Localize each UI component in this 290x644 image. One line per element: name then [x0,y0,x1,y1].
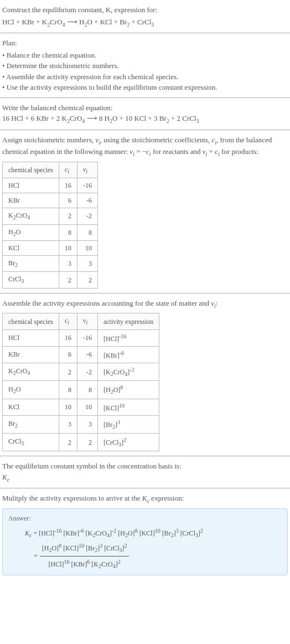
section-kc-symbol: The equilibrium constant symbol in the c… [0,456,290,488]
answer-label: Answer: [8,513,282,523]
cell-species: H2O [3,224,59,240]
table-row: KBr6-6 [3,193,98,208]
cell-ci: 10 [59,399,77,415]
table-row: HCl16-16 [3,178,98,193]
cell-species: HCl [3,329,59,346]
th-ci: ci [59,162,77,178]
cell-species: HCl [3,178,59,193]
cell-vi: -16 [77,329,97,346]
table-header-row: chemical species ci νi [3,162,98,178]
plan-item: • Balance the chemical equation. [2,50,288,61]
cell-vi: 2 [77,272,97,288]
cell-activity: [HCl]-16 [97,329,159,346]
multiply-intro: Mulitply the activity expressions to arr… [2,493,288,505]
cell-species: H2O [3,381,59,399]
table-row: K2CrO42-2 [3,208,98,224]
cell-vi: 3 [77,415,97,433]
cell-ci: 2 [59,363,77,380]
stoich-intro: Assign stoichiometric numbers, νi, using… [2,135,288,158]
cell-activity: [KCl]10 [97,399,159,415]
cell-ci: 3 [59,256,77,272]
table-row: KCl1010[KCl]10 [3,399,159,415]
cell-ci: 16 [59,178,77,193]
prompt-line1: Construct the equilibrium constant, K, e… [2,4,288,16]
section-balanced: Write the balanced chemical equation: 16… [0,98,290,130]
table-header-row: chemical species ci νi activity expressi… [3,313,159,329]
cell-activity: [K2CrO4]-2 [97,363,159,380]
cell-vi: -6 [77,193,97,208]
th-species: chemical species [3,162,59,178]
th-vi: νi [77,162,97,178]
cell-vi: 2 [77,433,97,451]
cell-ci: 2 [59,272,77,288]
cell-ci: 8 [59,224,77,240]
plan-item: • Determine the stoichiometric numbers. [2,60,288,71]
section-prompt: Construct the equilibrium constant, K, e… [0,0,290,33]
section-multiply: Mulitply the activity expressions to arr… [0,488,290,580]
balanced-intro: Write the balanced chemical equation: [2,102,288,114]
fraction-denominator: [HCl]16 [KBr]6 [K2CrO4]2 [40,557,130,570]
section-stoich: Assign stoichiometric numbers, νi, using… [0,130,290,293]
table-row: H2O88[H2O]8 [3,381,159,399]
balanced-equation: 16 HCl + 6 KBr + 2 K2CrO4 ⟶ 8 H2O + 10 K… [2,113,288,125]
cell-vi: 8 [77,224,97,240]
cell-activity: [KBr]-6 [97,346,159,363]
cell-ci: 6 [59,193,77,208]
table-row: H2O88 [3,224,98,240]
cell-activity: [H2O]8 [97,381,159,399]
cell-species: K2CrO4 [3,208,59,224]
cell-vi: 8 [77,381,97,399]
kc-expression-line2: = [H2O]8 [KCl]10 [Br2]3 [CrCl3]2 [HCl]16… [34,542,282,570]
plan-list: • Balance the chemical equation. • Deter… [2,50,288,93]
cell-vi: -16 [77,178,97,193]
cell-species: Br2 [3,415,59,433]
cell-species: CrCl3 [3,272,59,288]
cell-species: CrCl3 [3,433,59,451]
cell-ci: 8 [59,381,77,399]
activity-intro: Assemble the activity expressions accoun… [2,298,288,310]
cell-vi: 10 [77,241,97,256]
activity-table: chemical species ci νi activity expressi… [2,313,159,451]
cell-vi: -2 [77,363,97,380]
cell-species: KBr [3,346,59,363]
table-row: CrCl322[CrCl3]2 [3,433,159,451]
table-row: KBr6-6[KBr]-6 [3,346,159,363]
cell-ci: 2 [59,208,77,224]
section-plan: Plan: • Balance the chemical equation. •… [0,33,290,98]
section-activity: Assemble the activity expressions accoun… [0,293,290,457]
plan-item: • Assemble the activity expression for e… [2,71,288,83]
table-row: HCl16-16[HCl]-16 [3,329,159,346]
plan-title: Plan: [2,38,288,49]
table-row: K2CrO42-2[K2CrO4]-2 [3,363,159,380]
equals-sign: = [34,551,38,561]
table-row: Br233 [3,256,98,272]
plan-item: • Use the activity expressions to build … [2,82,288,93]
kc-expression-line1: Kc = [HCl]-16 [KBr]-6 [K2CrO4]-2 [H2O]8 … [25,527,282,539]
th-species: chemical species [3,313,59,329]
answer-box: Answer: Kc = [HCl]-16 [KBr]-6 [K2CrO4]-2… [2,508,288,575]
cell-species: KCl [3,399,59,415]
cell-species: KCl [3,241,59,256]
prompt-equation: HCl + KBr + K2CrO4 ⟶ H2O + KCl + Br2 + C… [2,17,288,29]
cell-ci: 16 [59,329,77,346]
cell-species: Br2 [3,256,59,272]
cell-species: KBr [3,193,59,208]
cell-vi: 3 [77,256,97,272]
cell-ci: 10 [59,241,77,256]
th-ci: ci [59,313,77,329]
cell-activity: [CrCl3]2 [97,433,159,451]
cell-vi: 10 [77,399,97,415]
cell-activity: [Br2]3 [97,415,159,433]
fraction: [H2O]8 [KCl]10 [Br2]3 [CrCl3]2 [HCl]16 [… [40,542,130,570]
cell-ci: 2 [59,433,77,451]
kc-symbol-intro: The equilibrium constant symbol in the c… [2,461,288,472]
th-vi: νi [77,313,97,329]
table-row: Br233[Br2]3 [3,415,159,433]
table-row: KCl1010 [3,241,98,256]
kc-symbol: Kc [2,472,288,484]
th-activity: activity expression [97,313,159,329]
table-row: CrCl322 [3,272,98,288]
cell-ci: 3 [59,415,77,433]
cell-vi: -2 [77,208,97,224]
cell-species: K2CrO4 [3,363,59,380]
